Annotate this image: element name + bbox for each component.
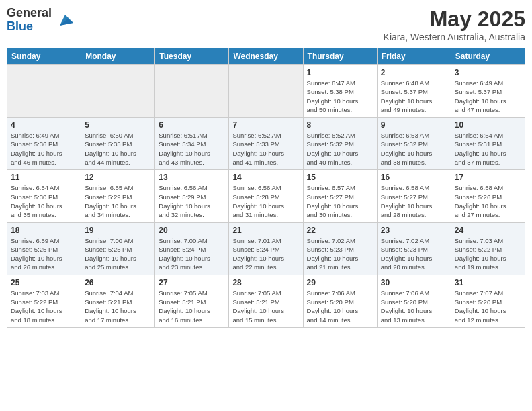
calendar-cell	[229, 65, 303, 118]
day-number: 4	[11, 120, 77, 130]
day-info: Sunrise: 6:51 AM Sunset: 5:34 PM Dayligh…	[159, 131, 225, 167]
month-year: May 2025	[384, 7, 525, 32]
day-info: Sunrise: 6:52 AM Sunset: 5:32 PM Dayligh…	[307, 131, 373, 167]
day-number: 5	[85, 120, 151, 130]
day-number: 8	[307, 120, 373, 130]
day-info: Sunrise: 7:02 AM Sunset: 5:23 PM Dayligh…	[381, 236, 447, 272]
calendar-cell: 22Sunrise: 7:02 AM Sunset: 5:23 PM Dayli…	[303, 222, 377, 275]
calendar-cell: 20Sunrise: 7:00 AM Sunset: 5:24 PM Dayli…	[155, 222, 229, 275]
day-info: Sunrise: 6:56 AM Sunset: 5:28 PM Dayligh…	[232, 183, 299, 219]
title-section: May 2025 Kiara, Western Australia, Austr…	[384, 7, 525, 42]
calendar-cell	[81, 65, 155, 118]
day-info: Sunrise: 6:53 AM Sunset: 5:32 PM Dayligh…	[381, 131, 447, 167]
calendar-cell: 14Sunrise: 6:56 AM Sunset: 5:28 PM Dayli…	[229, 170, 303, 222]
day-info: Sunrise: 7:04 AM Sunset: 5:21 PM Dayligh…	[85, 289, 151, 324]
column-header-tuesday: Tuesday	[155, 48, 229, 65]
day-info: Sunrise: 7:03 AM Sunset: 5:22 PM Dayligh…	[11, 289, 77, 324]
calendar-cell: 30Sunrise: 7:06 AM Sunset: 5:20 PM Dayli…	[377, 275, 451, 327]
calendar-week-row: 4Sunrise: 6:49 AM Sunset: 5:36 PM Daylig…	[7, 118, 525, 170]
column-header-friday: Friday	[377, 48, 451, 65]
day-info: Sunrise: 7:06 AM Sunset: 5:20 PM Dayligh…	[307, 289, 373, 324]
day-info: Sunrise: 6:54 AM Sunset: 5:30 PM Dayligh…	[11, 183, 77, 219]
calendar-cell: 21Sunrise: 7:01 AM Sunset: 5:24 PM Dayli…	[229, 222, 303, 275]
day-info: Sunrise: 6:58 AM Sunset: 5:27 PM Dayligh…	[381, 183, 447, 219]
day-number: 1	[307, 68, 373, 77]
calendar-cell: 29Sunrise: 7:06 AM Sunset: 5:20 PM Dayli…	[303, 275, 377, 327]
day-info: Sunrise: 6:58 AM Sunset: 5:26 PM Dayligh…	[455, 183, 521, 219]
day-number: 17	[455, 173, 521, 182]
day-number: 19	[85, 226, 151, 235]
day-number: 3	[455, 68, 521, 77]
calendar-cell: 3Sunrise: 6:49 AM Sunset: 5:37 PM Daylig…	[451, 65, 525, 118]
day-info: Sunrise: 6:56 AM Sunset: 5:29 PM Dayligh…	[159, 183, 225, 219]
day-number: 15	[307, 173, 373, 182]
day-number: 31	[455, 278, 521, 287]
day-info: Sunrise: 6:55 AM Sunset: 5:29 PM Dayligh…	[85, 183, 151, 219]
logo-icon	[54, 9, 76, 31]
day-info: Sunrise: 6:52 AM Sunset: 5:33 PM Dayligh…	[232, 131, 299, 167]
day-number: 26	[85, 278, 151, 287]
day-number: 24	[455, 226, 521, 235]
day-info: Sunrise: 7:05 AM Sunset: 5:21 PM Dayligh…	[232, 289, 299, 324]
calendar-cell: 12Sunrise: 6:55 AM Sunset: 5:29 PM Dayli…	[81, 170, 155, 222]
calendar-cell: 6Sunrise: 6:51 AM Sunset: 5:34 PM Daylig…	[155, 118, 229, 170]
day-number: 14	[232, 173, 299, 182]
day-number: 16	[381, 173, 447, 182]
logo-blue: Blue	[7, 19, 33, 33]
day-info: Sunrise: 7:06 AM Sunset: 5:20 PM Dayligh…	[381, 289, 447, 324]
day-info: Sunrise: 7:01 AM Sunset: 5:24 PM Dayligh…	[232, 236, 299, 272]
day-number: 30	[381, 278, 447, 287]
day-number: 2	[381, 68, 447, 77]
column-header-monday: Monday	[81, 48, 155, 65]
day-info: Sunrise: 6:57 AM Sunset: 5:27 PM Dayligh…	[307, 183, 373, 219]
calendar-cell: 2Sunrise: 6:48 AM Sunset: 5:37 PM Daylig…	[377, 65, 451, 118]
day-info: Sunrise: 6:48 AM Sunset: 5:37 PM Dayligh…	[381, 79, 447, 114]
day-number: 13	[159, 173, 225, 182]
calendar-cell: 19Sunrise: 7:00 AM Sunset: 5:25 PM Dayli…	[81, 222, 155, 275]
day-info: Sunrise: 7:02 AM Sunset: 5:23 PM Dayligh…	[307, 236, 373, 272]
logo: General Blue	[7, 7, 76, 34]
calendar-cell: 23Sunrise: 7:02 AM Sunset: 5:23 PM Dayli…	[377, 222, 451, 275]
day-number: 28	[232, 278, 299, 287]
day-number: 20	[159, 226, 225, 235]
day-info: Sunrise: 7:05 AM Sunset: 5:21 PM Dayligh…	[159, 289, 225, 324]
calendar-cell: 15Sunrise: 6:57 AM Sunset: 5:27 PM Dayli…	[303, 170, 377, 222]
calendar-cell: 25Sunrise: 7:03 AM Sunset: 5:22 PM Dayli…	[7, 275, 81, 327]
day-info: Sunrise: 6:49 AM Sunset: 5:37 PM Dayligh…	[455, 79, 521, 114]
column-header-saturday: Saturday	[451, 48, 525, 65]
day-number: 25	[11, 278, 77, 287]
calendar-cell: 13Sunrise: 6:56 AM Sunset: 5:29 PM Dayli…	[155, 170, 229, 222]
day-info: Sunrise: 6:47 AM Sunset: 5:38 PM Dayligh…	[307, 79, 373, 114]
calendar-week-row: 25Sunrise: 7:03 AM Sunset: 5:22 PM Dayli…	[7, 275, 525, 327]
calendar-cell: 11Sunrise: 6:54 AM Sunset: 5:30 PM Dayli…	[7, 170, 81, 222]
column-header-thursday: Thursday	[303, 48, 377, 65]
day-number: 29	[307, 278, 373, 287]
day-info: Sunrise: 6:54 AM Sunset: 5:31 PM Dayligh…	[455, 131, 521, 167]
day-info: Sunrise: 7:00 AM Sunset: 5:24 PM Dayligh…	[159, 236, 225, 272]
calendar-cell: 26Sunrise: 7:04 AM Sunset: 5:21 PM Dayli…	[81, 275, 155, 327]
calendar-cell: 27Sunrise: 7:05 AM Sunset: 5:21 PM Dayli…	[155, 275, 229, 327]
calendar-cell: 8Sunrise: 6:52 AM Sunset: 5:32 PM Daylig…	[303, 118, 377, 170]
day-number: 6	[159, 120, 225, 130]
calendar-cell: 28Sunrise: 7:05 AM Sunset: 5:21 PM Dayli…	[229, 275, 303, 327]
day-number: 27	[159, 278, 225, 287]
calendar-header-row: SundayMondayTuesdayWednesdayThursdayFrid…	[7, 48, 525, 65]
day-info: Sunrise: 6:50 AM Sunset: 5:35 PM Dayligh…	[85, 131, 151, 167]
calendar-cell: 18Sunrise: 6:59 AM Sunset: 5:25 PM Dayli…	[7, 222, 81, 275]
location: Kiara, Western Australia, Australia	[384, 32, 525, 42]
day-info: Sunrise: 7:03 AM Sunset: 5:22 PM Dayligh…	[455, 236, 521, 272]
page-header: General Blue May 2025 Kiara, Western Aus…	[7, 7, 525, 42]
calendar-cell: 7Sunrise: 6:52 AM Sunset: 5:33 PM Daylig…	[229, 118, 303, 170]
calendar-week-row: 1Sunrise: 6:47 AM Sunset: 5:38 PM Daylig…	[7, 65, 525, 118]
calendar-cell	[7, 65, 81, 118]
day-number: 7	[232, 120, 299, 130]
calendar-week-row: 11Sunrise: 6:54 AM Sunset: 5:30 PM Dayli…	[7, 170, 525, 222]
day-number: 21	[232, 226, 299, 235]
calendar-cell: 17Sunrise: 6:58 AM Sunset: 5:26 PM Dayli…	[451, 170, 525, 222]
calendar-cell: 31Sunrise: 7:07 AM Sunset: 5:20 PM Dayli…	[451, 275, 525, 327]
calendar-cell: 10Sunrise: 6:54 AM Sunset: 5:31 PM Dayli…	[451, 118, 525, 170]
day-info: Sunrise: 7:00 AM Sunset: 5:25 PM Dayligh…	[85, 236, 151, 272]
calendar-cell	[155, 65, 229, 118]
calendar-cell: 9Sunrise: 6:53 AM Sunset: 5:32 PM Daylig…	[377, 118, 451, 170]
calendar-table: SundayMondayTuesdayWednesdayThursdayFrid…	[7, 48, 525, 328]
